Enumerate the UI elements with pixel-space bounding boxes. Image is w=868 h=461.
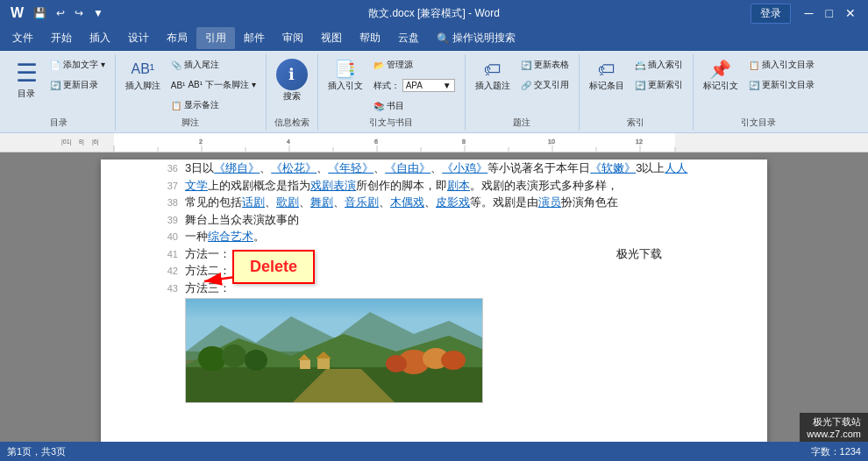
index-group-label: 索引 <box>585 117 687 129</box>
ribbon-content: ☰ 目录 📄 添加文字 ▾ 🔄 更新目录 目录 <box>0 51 868 132</box>
style-select[interactable]: 样式： APA ▼ <box>369 76 459 95</box>
add-text-btn[interactable]: 📄 添加文字 ▾ <box>46 56 110 74</box>
maximize-btn[interactable]: □ <box>821 6 838 20</box>
landscape-image <box>185 298 483 403</box>
insert-index-btn[interactable]: 📇 插入索引 <box>630 56 687 74</box>
update-table-btn[interactable]: 🔄 更新表格 <box>516 56 573 74</box>
apa-dropdown[interactable]: APA ▼ <box>402 79 455 92</box>
window-title: 散文.docx [兼容模式] - Word <box>368 6 500 21</box>
insert-footnote-btn[interactable]: AB¹ 插入脚注 <box>121 56 165 95</box>
footnote-icon: AB¹ <box>132 59 153 80</box>
customize-quick-btn[interactable]: ▼ <box>89 5 107 21</box>
doc-line-42: 42 方法二： Delete <box>153 262 715 280</box>
line-num-39: 39 <box>153 211 178 228</box>
menu-bar: 文件 开始 插入 设计 布局 引用 邮件 审阅 视图 帮助 云盘 🔍 操作说明搜… <box>0 26 868 51</box>
close-btn[interactable]: ✕ <box>840 6 861 20</box>
show-notes-icon: 📋 <box>171 101 181 110</box>
ribbon-group-footnotes: AB¹ 插入脚注 📎 插入尾注 AB¹ AB¹ 下一条脚注 ▾ 📋 <box>116 54 267 131</box>
status-word-count: 字数：1234 <box>811 445 861 458</box>
captions-group-label: 题注 <box>471 117 573 129</box>
toc-group-label: 目录 <box>9 117 110 129</box>
line-content-40: 一种综合艺术。 <box>185 228 715 245</box>
ribbon-group-captions: 🏷 插入题注 🔄 更新表格 🔗 交叉引用 题注 <box>466 54 580 131</box>
watermark-line1: 极光下载站 <box>813 415 861 429</box>
document-area: 36 3日以《绑自》、《松花》、《年轻》、《自由》、《小鸡》等小说著名于本年日《… <box>0 152 868 447</box>
footnotes-group-label: 脚注 <box>121 117 260 129</box>
svg-point-33 <box>441 351 466 370</box>
svg-text:8|: 8| <box>79 138 84 145</box>
menu-review[interactable]: 审阅 <box>274 27 312 49</box>
redo-btn[interactable]: ↪ <box>71 5 87 21</box>
insert-citation-btn[interactable]: 📑 插入引文 <box>324 56 367 95</box>
ruler: 2 4 6 8 10 12 |01| 8| |6| <box>0 133 868 152</box>
menu-help[interactable]: 帮助 <box>351 27 389 49</box>
line-num-42: 42 <box>153 262 178 279</box>
update-index-btn[interactable]: 🔄 更新索引 <box>630 76 687 94</box>
line-num-38: 38 <box>153 194 178 210</box>
toc-button[interactable]: ☰ 目录 <box>9 56 44 103</box>
menu-insert[interactable]: 插入 <box>81 27 119 49</box>
document-page[interactable]: 36 3日以《绑自》、《松花》、《年轻》、《自由》、《小鸡》等小说著名于本年日《… <box>101 160 767 447</box>
toa-group-label: 引文目录 <box>699 117 819 129</box>
cross-ref-btn[interactable]: 🔗 交叉引用 <box>516 76 573 94</box>
title-left: W 💾 ↩ ↪ ▼ <box>7 4 107 23</box>
line-content-39: 舞台上当众表演故事的 <box>185 211 715 229</box>
svg-rect-40 <box>317 358 330 369</box>
status-page-info: 第1页，共3页 <box>7 445 66 458</box>
minimize-btn[interactable]: ─ <box>800 6 819 20</box>
window-controls: ─ □ ✕ <box>800 6 861 20</box>
menu-references[interactable]: 引用 <box>196 27 235 49</box>
insert-toa-icon: 📋 <box>749 60 759 70</box>
menu-layout[interactable]: 布局 <box>158 27 196 49</box>
title-bar: W 💾 ↩ ↪ ▼ 散文.docx [兼容模式] - Word 登录 ─ □ ✕ <box>0 0 868 26</box>
menu-view[interactable]: 视图 <box>312 27 351 49</box>
citation-icon: 📑 <box>335 59 356 80</box>
insert-endnote-btn[interactable]: 📎 插入尾注 <box>167 56 260 74</box>
menu-search[interactable]: 🔍 操作说明搜索 <box>428 27 524 49</box>
insert-caption-label: 插入题注 <box>475 80 510 92</box>
bibliography-btn[interactable]: 📚 书目 <box>369 97 459 115</box>
next-footnote-btn[interactable]: AB¹ AB¹ 下一条脚注 ▾ <box>167 76 260 94</box>
doc-line-39: 39 舞台上当众表演故事的 <box>153 211 715 229</box>
menu-mailings[interactable]: 邮件 <box>235 27 274 49</box>
status-bar: 第1页，共3页 字数：1234 <box>0 442 868 461</box>
caption-icon: 🏷 <box>482 59 503 80</box>
search-label: 搜索 <box>283 90 301 103</box>
footnotes-buttons: AB¹ 插入脚注 📎 插入尾注 AB¹ AB¹ 下一条脚注 ▾ 📋 <box>121 56 260 115</box>
search-btn[interactable]: ℹ 搜索 <box>272 56 312 105</box>
mark-cit-icon: 📌 <box>710 59 731 80</box>
svg-point-37 <box>245 350 267 371</box>
toa-buttons: 📌 标记引文 📋 插入引文目录 🔄 更新引文目录 <box>699 56 819 115</box>
menu-cloud[interactable]: 云盘 <box>389 27 428 49</box>
save-quick-btn[interactable]: 💾 <box>30 5 50 21</box>
show-notes-btn[interactable]: 📋 显示备注 <box>167 96 260 114</box>
mark-citation-btn[interactable]: 📌 标记引文 <box>699 56 743 95</box>
mark-icon: 🏷 <box>596 59 617 80</box>
menu-home[interactable]: 开始 <box>42 27 81 49</box>
cross-ref-icon: 🔗 <box>521 81 531 90</box>
svg-text:|6|: |6| <box>92 138 99 145</box>
quick-access-toolbar: W 💾 ↩ ↪ ▼ <box>7 4 107 23</box>
insert-toa-btn[interactable]: 📋 插入引文目录 <box>744 56 819 74</box>
update-toc-btn[interactable]: 🔄 更新目录 <box>46 76 110 94</box>
update-toa-btn[interactable]: 🔄 更新引文目录 <box>744 76 819 94</box>
mark-entry-label: 标记条目 <box>589 80 624 92</box>
watermark-line2: www.z7.com <box>807 429 861 439</box>
insert-caption-btn[interactable]: 🏷 插入题注 <box>471 56 515 95</box>
mark-entry-btn[interactable]: 🏷 标记条目 <box>585 56 629 95</box>
endnote-icon: 📎 <box>171 60 181 70</box>
citations-group-label: 引文与书目 <box>324 117 459 129</box>
menu-design[interactable]: 设计 <box>119 27 158 49</box>
insert-idx-icon: 📇 <box>635 60 645 70</box>
line-content-38: 常见的包括话剧、歌剧、舞剧、音乐剧、木偶戏、皮影戏等。戏剧是由演员扮演角色在 <box>185 194 715 211</box>
research-buttons: ℹ 搜索 <box>272 56 312 115</box>
login-button[interactable]: 登录 <box>751 4 791 24</box>
svg-text:12: 12 <box>636 138 643 145</box>
ribbon-group-toa: 📌 标记引文 📋 插入引文目录 🔄 更新引文目录 引文目录 <box>694 54 824 131</box>
manage-sources-btn[interactable]: 📂 管理源 <box>369 56 459 74</box>
index-buttons: 🏷 标记条目 📇 插入索引 🔄 更新索引 <box>585 56 687 115</box>
undo-btn[interactable]: ↩ <box>53 5 68 21</box>
manage-src-icon: 📂 <box>374 60 384 70</box>
menu-file[interactable]: 文件 <box>4 27 42 49</box>
svg-text:6: 6 <box>374 138 378 145</box>
